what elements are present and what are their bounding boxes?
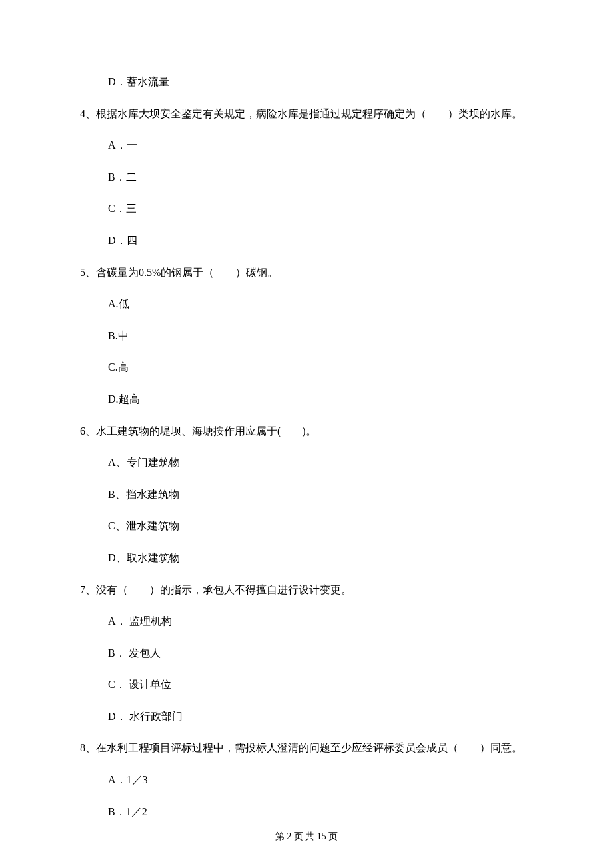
q7-option-d: D． 水行政部门 xyxy=(80,708,533,725)
q6-option-b: B、挡水建筑物 xyxy=(80,486,533,503)
q7-text: 7、没有（ ）的指示，承包人不得擅自进行设计变更。 xyxy=(80,581,533,599)
q5-option-b: B.中 xyxy=(80,327,533,345)
q5-option-c: C.高 xyxy=(80,359,533,376)
q8-option-b: B．1／2 xyxy=(80,803,533,821)
q3-option-d: D．蓄水流量 xyxy=(80,73,533,91)
q4-option-d: D．四 xyxy=(80,232,533,249)
q5-option-a: A.低 xyxy=(80,295,533,313)
q6-text: 6、水工建筑物的堤坝、海塘按作用应属于( )。 xyxy=(80,423,533,440)
q7-option-a: A． 监理机构 xyxy=(80,613,533,630)
document-page: D．蓄水流量 4、根据水库大坝安全鉴定有关规定，病险水库是指通过规定程序确定为（… xyxy=(0,0,613,868)
q4-option-c: C．三 xyxy=(80,200,533,217)
q4-option-b: B．二 xyxy=(80,169,533,186)
q4-option-a: A．一 xyxy=(80,137,533,154)
q6-option-d: D、取水建筑物 xyxy=(80,549,533,567)
q8-option-a: A．1／3 xyxy=(80,771,533,789)
q4-text: 4、根据水库大坝安全鉴定有关规定，病险水库是指通过规定程序确定为（ ）类坝的水库… xyxy=(80,105,533,123)
q8-text: 8、在水利工程项目评标过程中，需投标人澄清的问题至少应经评标委员会成员（ ）同意… xyxy=(80,739,533,757)
q6-option-a: A、专门建筑物 xyxy=(80,454,533,471)
q7-option-c: C． 设计单位 xyxy=(80,676,533,693)
page-footer: 第 2 页 共 15 页 xyxy=(0,829,613,844)
q6-option-c: C、泄水建筑物 xyxy=(80,517,533,535)
q5-option-d: D.超高 xyxy=(80,391,533,408)
q7-option-b: B． 发包人 xyxy=(80,645,533,662)
q5-text: 5、含碳量为0.5%的钢属于（ ）碳钢。 xyxy=(80,264,533,281)
